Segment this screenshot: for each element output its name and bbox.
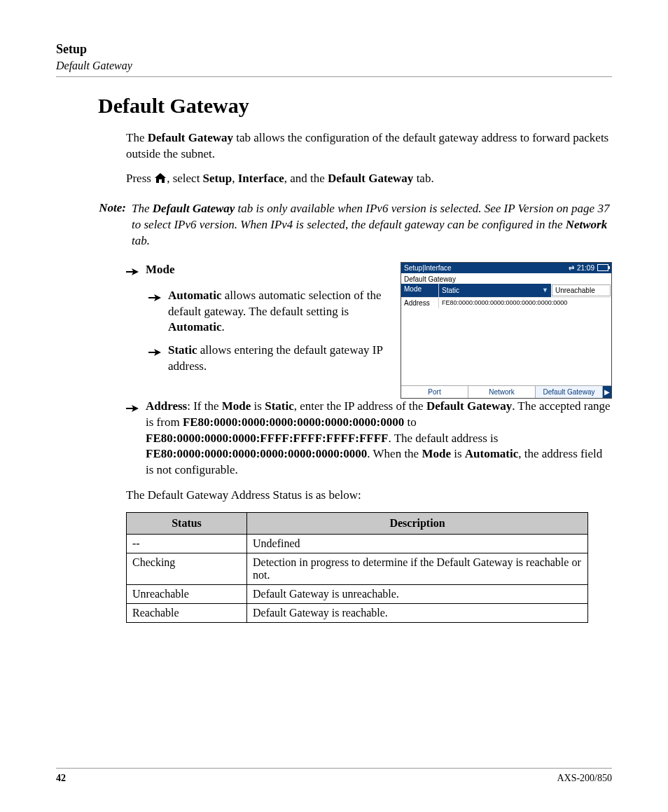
text-bold: Mode [222, 399, 251, 413]
text: : If the [187, 399, 222, 413]
text-bold: Automatic [465, 447, 518, 460]
cell-status: -- [127, 535, 247, 553]
bullet-automatic: Automatic allows automatic selection of … [148, 288, 391, 336]
text-bold: Address [146, 399, 187, 413]
text-bold: Static [168, 343, 197, 357]
bullet-arrow-icon [126, 265, 139, 281]
header-rule [56, 76, 612, 77]
bullet-arrow-icon [148, 345, 161, 362]
cell-desc: Default Gateway is reachable. [247, 604, 588, 623]
ss-address-field[interactable]: FE80:0000:0000:0000:0000:0000:0000:0000 [439, 298, 611, 308]
cell-status: Checking [127, 553, 247, 585]
text-bold: Mode [146, 263, 175, 276]
page-title: Default Gateway [98, 94, 612, 118]
ss-tab-default-gateway[interactable]: Default Gateway [536, 386, 603, 398]
text-bold: Static [265, 399, 294, 413]
battery-icon [597, 264, 608, 271]
text-bold: Automatic [168, 320, 221, 333]
page-number: 42 [56, 773, 66, 784]
text: tab. [132, 234, 150, 247]
text-bold: FE80:0000:0000:0000:FFFF:FFFF:FFFF:FFFF [146, 432, 389, 445]
ss-address-value: FE80:0000:0000:0000:0000:0000:0000:0000 [442, 299, 567, 306]
ss-mode-dropdown[interactable]: Static ▼ [439, 284, 551, 297]
header-section: Default Gateway [56, 60, 612, 72]
text-bold: Default Gateway [426, 399, 512, 413]
ss-tabstrip: Port Network Default Gateway ▶ [401, 385, 611, 398]
th-status: Status [127, 513, 247, 535]
text-bold: FE80:0000:0000:0000:0000:0000:0000:0000 [183, 415, 404, 429]
text-bold: Default Gateway [328, 172, 413, 185]
header-chapter: Setup [56, 42, 612, 57]
text: Press [126, 172, 154, 185]
status-intro: The Default Gateway Address Status is as… [126, 488, 612, 502]
chevron-down-icon: ▼ [542, 287, 548, 294]
status-table: Status Description -- Undefined Checking… [126, 512, 588, 623]
ss-network-icon: ⇄ [569, 264, 574, 272]
text: , and the [284, 172, 328, 185]
text: . [221, 320, 224, 333]
text: , select [167, 172, 202, 185]
text-bold: FE80:0000:0000:0000:0000:0000:0000:0000 [146, 447, 367, 460]
intro-paragraph-2: Press , select Setup, Interface, and the… [126, 171, 612, 188]
bullet-arrow-icon [148, 291, 161, 307]
bullet-address: Address: If the Mode is Static, enter th… [126, 399, 612, 479]
text: , [232, 172, 238, 185]
text-bold: Interface [238, 172, 284, 185]
text-bold: Network [566, 218, 608, 231]
ss-titlebar: Setup|Interface ⇄ 21:09 [401, 263, 611, 273]
home-icon [154, 172, 167, 188]
text: . When the [367, 447, 422, 460]
ss-tab-port[interactable]: Port [401, 386, 468, 398]
note-block: Note: The Default Gateway tab is only av… [70, 201, 612, 249]
text: tab. [413, 172, 433, 185]
text-bold: Mode [422, 447, 451, 460]
text-bold: Automatic [168, 289, 221, 302]
ss-tab-network[interactable]: Network [468, 386, 536, 398]
ss-empty-area [401, 308, 611, 385]
ss-title-text: Setup|Interface [404, 264, 452, 272]
ss-mode-label: Mode [401, 284, 439, 297]
bullet-mode: Mode [126, 262, 391, 281]
table-row: Checking Detection in progress to determ… [127, 553, 588, 585]
table-row: Reachable Default Gateway is reachable. [127, 604, 588, 623]
cell-status: Reachable [127, 604, 247, 623]
intro-paragraph-1: The Default Gateway tab allows the confi… [126, 130, 612, 163]
text-bold: Default Gateway [153, 202, 235, 215]
ss-status-value: Unreachable [552, 284, 611, 296]
model-number: AXS-200/850 [557, 773, 612, 784]
cell-desc: Undefined [247, 535, 588, 553]
note-label: Note: [70, 201, 132, 249]
text: is [451, 447, 465, 460]
text: , enter the IP address of the [294, 399, 426, 413]
text-bold: Default Gateway [148, 131, 233, 144]
note-body: The Default Gateway tab is only availabl… [132, 201, 612, 249]
text: allows entering the default gateway IP a… [168, 343, 382, 373]
text: is [251, 399, 265, 413]
ss-address-row: Address FE80:0000:0000:0000:0000:0000:00… [401, 297, 611, 308]
text-bold: Setup [203, 172, 232, 185]
cell-status: Unreachable [127, 585, 247, 604]
ss-tab-scroll-right-icon[interactable]: ▶ [603, 386, 611, 398]
bullet-static: Static allows entering the default gatew… [148, 343, 391, 375]
text: The [132, 202, 153, 215]
table-row: Unreachable Default Gateway is unreachab… [127, 585, 588, 604]
embedded-screenshot: Setup|Interface ⇄ 21:09 Default Gateway … [401, 262, 612, 399]
cell-desc: Detection in progress to determine if th… [247, 553, 588, 585]
ss-mode-value: Static [442, 287, 459, 294]
bullet-arrow-icon [126, 401, 139, 418]
ss-time: 21:09 [577, 264, 594, 272]
text: The [126, 131, 148, 144]
ss-address-label: Address [401, 298, 439, 308]
table-row: -- Undefined [127, 535, 588, 553]
th-description: Description [247, 513, 588, 535]
ss-section-title: Default Gateway [401, 273, 611, 284]
text: to [404, 415, 416, 429]
text: . The default address is [389, 432, 499, 445]
ss-mode-row: Mode Static ▼ Unreachable [401, 284, 611, 297]
page-footer: 42 AXS-200/850 [56, 768, 612, 784]
cell-desc: Default Gateway is unreachable. [247, 585, 588, 604]
